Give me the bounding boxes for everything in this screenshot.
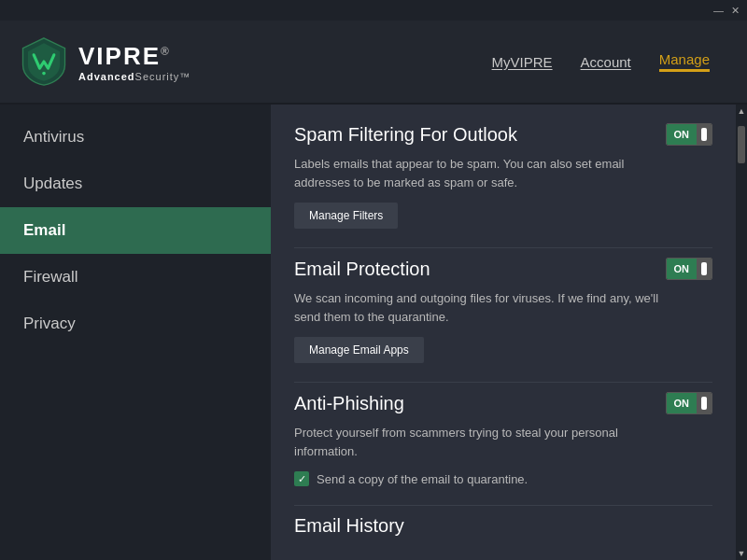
nav-myvipre[interactable]: MyVIPRE: [492, 54, 553, 70]
logo-vipre: VIPRE®: [78, 42, 190, 71]
spam-toggle[interactable]: ON: [666, 123, 713, 146]
spam-filtering-header: Spam Filtering For Outlook ON: [294, 123, 712, 146]
spam-filtering-section: Spam Filtering For Outlook ON Labels ema…: [294, 123, 712, 248]
logo-subtitle: AdvancedSecurity™: [78, 71, 190, 82]
svg-point-0: [42, 72, 46, 76]
main-content: Spam Filtering For Outlook ON Labels ema…: [271, 105, 736, 560]
spam-toggle-wrapper[interactable]: ON: [666, 123, 713, 146]
spam-toggle-label: ON: [667, 124, 698, 145]
nav-account[interactable]: Account: [581, 54, 631, 70]
quarantine-checkbox-label: Send a copy of the email to quarantine.: [317, 472, 528, 486]
spam-filtering-desc: Labels emails that appear to be spam. Yo…: [294, 155, 668, 191]
main-nav: MyVIPRE Account Manage: [492, 51, 710, 72]
manage-filters-button[interactable]: Manage Filters: [294, 203, 398, 229]
logo: VIPRE® AdvancedSecurity™: [19, 36, 492, 87]
sidebar-item-antivirus[interactable]: Antivirus: [0, 114, 271, 161]
logo-text: VIPRE® AdvancedSecurity™: [78, 42, 190, 82]
quarantine-checkbox-row[interactable]: Send a copy of the email to quarantine.: [294, 471, 712, 486]
anti-phishing-toggle-switch[interactable]: [697, 393, 712, 413]
email-history-section: Email History: [294, 515, 712, 560]
minimize-button[interactable]: —: [713, 6, 724, 16]
title-bar: — ✕: [0, 0, 747, 21]
layout: Antivirus Updates Email Firewall Privacy…: [0, 105, 747, 560]
email-history-header: Email History: [294, 515, 712, 537]
header: VIPRE® AdvancedSecurity™ MyVIPRE Account…: [0, 21, 747, 105]
sidebar-item-firewall[interactable]: Firewall: [0, 254, 271, 301]
anti-phishing-desc: Protect yourself from scammers trying to…: [294, 424, 668, 460]
email-protection-title: Email Protection: [294, 259, 430, 280]
email-protection-section: Email Protection ON We scan incoming and…: [294, 258, 712, 383]
scrollbar[interactable]: ▲ ▼: [736, 105, 747, 560]
anti-phishing-section: Anti-Phishing ON Protect yourself from s…: [294, 392, 712, 506]
email-protection-desc: We scan incoming and outgoing files for …: [294, 289, 668, 326]
email-history-title: Email History: [294, 515, 404, 537]
scroll-down-arrow[interactable]: ▼: [738, 549, 746, 558]
spam-filtering-title: Spam Filtering For Outlook: [294, 124, 517, 146]
sidebar-item-email[interactable]: Email: [0, 207, 271, 254]
sidebar-item-privacy[interactable]: Privacy: [0, 301, 271, 347]
spam-toggle-switch[interactable]: [697, 124, 712, 145]
email-protection-header: Email Protection ON: [294, 258, 712, 280]
quarantine-checkbox[interactable]: [294, 471, 309, 486]
email-prot-toggle-switch[interactable]: [697, 259, 712, 279]
anti-phishing-toggle-label: ON: [667, 393, 698, 413]
email-prot-toggle-wrapper[interactable]: ON: [666, 258, 713, 280]
anti-phishing-toggle[interactable]: ON: [666, 392, 713, 414]
email-prot-toggle-label: ON: [667, 259, 698, 279]
anti-phishing-title: Anti-Phishing: [294, 393, 404, 414]
sidebar: Antivirus Updates Email Firewall Privacy: [0, 105, 271, 560]
anti-phishing-toggle-wrapper[interactable]: ON: [666, 392, 713, 414]
scroll-up-arrow[interactable]: ▲: [738, 106, 746, 116]
nav-manage[interactable]: Manage: [659, 51, 710, 72]
email-prot-toggle[interactable]: ON: [666, 258, 713, 280]
vipre-logo-icon: [19, 36, 69, 87]
scrollbar-thumb[interactable]: [738, 126, 745, 163]
manage-email-apps-button[interactable]: Manage Email Apps: [294, 337, 424, 363]
close-button[interactable]: ✕: [731, 6, 740, 16]
sidebar-item-updates[interactable]: Updates: [0, 161, 271, 207]
anti-phishing-header: Anti-Phishing ON: [294, 392, 712, 414]
